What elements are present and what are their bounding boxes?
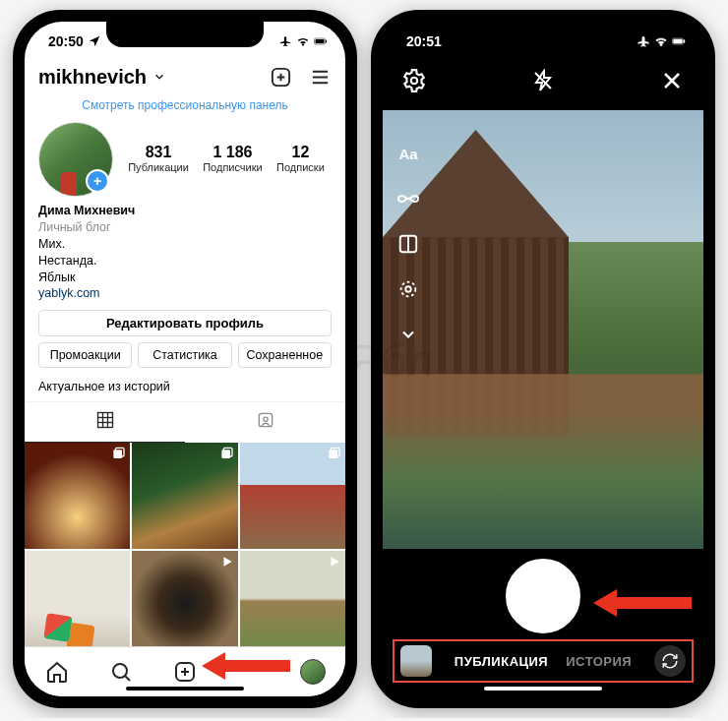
carousel-icon (110, 447, 126, 466)
close-button[interactable] (658, 67, 686, 94)
stats-button[interactable]: Статистика (138, 342, 231, 368)
edit-profile-button[interactable]: Редактировать профиль (38, 310, 332, 336)
bio-block: Дима Михневич Личный блог Мих. Нестанда.… (25, 203, 345, 310)
phone-right: 20:51 Aa (371, 10, 715, 708)
story-tool-column: Aa (394, 140, 422, 348)
plus-square-icon (173, 660, 197, 684)
tool-layout[interactable] (394, 230, 422, 258)
notch (464, 22, 622, 47)
nav-create[interactable] (172, 659, 198, 685)
post-thumbnail[interactable] (132, 443, 237, 548)
add-story-badge[interactable]: + (86, 169, 109, 193)
username-text: mikhnevich (38, 66, 147, 88)
post-thumbnail[interactable] (132, 551, 237, 656)
nav-home[interactable] (44, 659, 70, 685)
stat-posts-label: Публикации (128, 161, 189, 173)
home-icon (45, 660, 69, 684)
airplane-icon (637, 34, 650, 48)
mode-post[interactable]: ПУБЛИКАЦИЯ (455, 654, 548, 669)
notch (106, 22, 264, 47)
svg-point-40 (401, 282, 416, 297)
create-post-button[interactable] (269, 65, 292, 89)
wifi-icon (296, 34, 310, 48)
tool-more[interactable] (394, 321, 422, 348)
search-icon (109, 660, 133, 684)
stat-followers-num: 1 186 (203, 144, 263, 161)
bio-line: Яблык (38, 270, 332, 286)
svg-rect-14 (259, 414, 272, 427)
svg-line-25 (125, 676, 130, 681)
flash-off-icon (531, 69, 555, 92)
location-icon (88, 34, 101, 48)
post-grid (25, 443, 345, 656)
nav-profile[interactable] (300, 659, 326, 685)
tagged-icon (256, 410, 275, 430)
bio-line: Нестанда. (38, 253, 332, 270)
svg-point-33 (411, 78, 418, 85)
infinity-icon (396, 191, 420, 207)
pro-dashboard-link[interactable]: Смотреть профессиональную панель (25, 94, 345, 120)
highlights-title: Актуальное из историй (25, 376, 345, 401)
bio-link[interactable]: yablyk.com (38, 285, 332, 302)
carousel-icon (326, 447, 341, 466)
stat-following[interactable]: 12 Подписки (276, 144, 325, 173)
close-icon (660, 69, 684, 92)
post-thumbnail[interactable] (240, 551, 345, 656)
home-indicator (126, 687, 244, 691)
tool-multi[interactable] (394, 275, 422, 303)
profile-header: mikhnevich (25, 61, 345, 94)
saved-button[interactable]: Сохраненное (238, 342, 332, 368)
menu-button[interactable] (308, 65, 332, 89)
stat-posts[interactable]: 831 Публикации (128, 144, 189, 173)
flash-button[interactable] (529, 67, 557, 94)
post-thumbnail[interactable] (25, 551, 130, 656)
camera-viewfinder[interactable] (383, 110, 703, 549)
flip-camera-button[interactable] (654, 645, 686, 677)
svg-rect-20 (329, 451, 337, 459)
svg-marker-23 (332, 557, 339, 566)
svg-marker-22 (223, 557, 231, 566)
flip-camera-icon (661, 652, 679, 670)
promo-button[interactable]: Промоакции (38, 342, 132, 368)
stat-posts-num: 831 (128, 144, 189, 161)
svg-point-41 (405, 286, 411, 292)
stat-followers-label: Подписчики (203, 161, 263, 173)
battery-icon (672, 34, 686, 48)
home-indicator (484, 687, 602, 691)
status-time: 20:50 (48, 33, 84, 49)
annotation-arrow (202, 649, 290, 683)
status-time: 20:51 (406, 33, 442, 49)
plus-square-icon (270, 66, 292, 89)
video-icon (220, 555, 234, 572)
profile-stats-row: + 831 Публикации 1 186 Подписчики 12 Под… (25, 120, 345, 203)
chevron-down-icon (398, 325, 418, 344)
shutter-button[interactable] (506, 559, 580, 633)
chevron-down-icon (152, 70, 166, 84)
post-thumbnail[interactable] (240, 443, 345, 548)
mode-story[interactable]: ИСТОРИЯ (566, 654, 632, 669)
stat-followers[interactable]: 1 186 Подписчики (203, 144, 263, 173)
nav-avatar-image (300, 659, 326, 685)
post-thumbnail[interactable] (25, 443, 130, 548)
svg-rect-2 (326, 40, 327, 43)
bio-name: Дима Михневич (38, 203, 332, 219)
bio-line: Мих. (38, 236, 332, 253)
tool-text[interactable]: Aa (394, 140, 422, 167)
layout-icon (397, 233, 419, 255)
multi-capture-icon (397, 278, 419, 300)
nav-search[interactable] (108, 659, 134, 685)
grid-icon (95, 410, 115, 430)
viewfinder-image (383, 374, 703, 549)
tool-boomerang[interactable] (394, 185, 422, 212)
gallery-thumbnail[interactable] (400, 645, 432, 677)
settings-button[interactable] (400, 67, 428, 94)
svg-point-24 (113, 664, 127, 678)
avatar[interactable]: + (38, 122, 111, 195)
svg-rect-16 (114, 451, 123, 459)
mode-bar: ПУБЛИКАЦИЯ ИСТОРИЯ (393, 639, 694, 683)
stat-following-num: 12 (276, 144, 325, 161)
username-dropdown[interactable]: mikhnevich (38, 66, 166, 89)
wifi-icon (654, 34, 668, 48)
tab-grid[interactable] (25, 402, 185, 443)
tab-tagged[interactable] (185, 402, 345, 443)
